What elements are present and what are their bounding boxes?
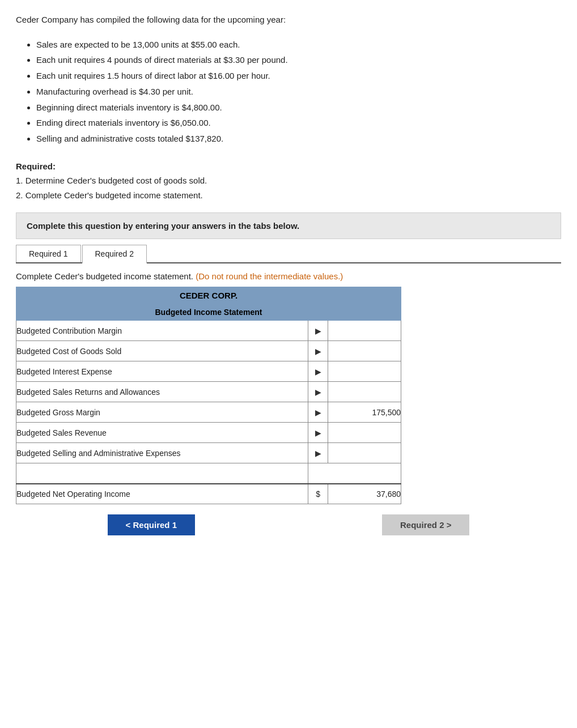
arrow-icon: ▶ — [308, 402, 328, 423]
bullet-list: Sales are expected to be 13,000 units at… — [36, 37, 561, 147]
net-income-row: Budgeted Net Operating Income$37,680 — [16, 484, 401, 504]
intro-text: Ceder Company has compiled the following… — [16, 14, 561, 27]
required-2-nav-button[interactable]: Required 2 > — [382, 514, 469, 535]
bullet-item: Manufacturing overhead is $4.30 per unit… — [36, 84, 561, 100]
table-title-row: Budgeted Income Statement — [16, 304, 401, 321]
tabs-container: Required 1 Required 2 — [16, 245, 561, 263]
row-label — [16, 463, 308, 484]
row-value: 175,500 — [328, 402, 401, 423]
tab-note: (Do not round the intermediate values.) — [196, 271, 343, 281]
row-label: Budgeted Cost of Goods Sold — [16, 341, 308, 361]
company-name: CEDER CORP. — [16, 287, 401, 304]
table-row: Budgeted Cost of Goods Sold▶ — [16, 341, 401, 361]
tab-required-1[interactable]: Required 1 — [16, 245, 81, 262]
tab-required-2[interactable]: Required 2 — [82, 245, 147, 263]
bullet-item: Sales are expected to be 13,000 units at… — [36, 37, 561, 53]
income-table-body: Budgeted Contribution Margin▶Budgeted Co… — [16, 321, 401, 504]
required-1-nav-button[interactable]: < Required 1 — [108, 514, 195, 535]
required-item-1: 1. Determine Ceder's budgeted cost of go… — [16, 173, 561, 188]
row-label: Budgeted Sales Revenue — [16, 423, 308, 443]
arrow-icon: ▶ — [308, 443, 328, 463]
instruction-box: Complete this question by entering your … — [16, 212, 561, 239]
bullet-item: Ending direct materials inventory is $6,… — [36, 115, 561, 131]
table-company-row: CEDER CORP. — [16, 287, 401, 304]
row-label: Budgeted Gross Margin — [16, 402, 308, 423]
bullet-item: Beginning direct materials inventory is … — [36, 100, 561, 116]
dollar-sign: $ — [308, 484, 328, 504]
table-row: Budgeted Contribution Margin▶ — [16, 321, 401, 341]
required-section: Required: 1. Determine Ceder's budgeted … — [16, 159, 561, 203]
row-label: Budgeted Contribution Margin — [16, 321, 308, 341]
tab-instruction: Complete Ceder's budgeted income stateme… — [16, 271, 561, 281]
bullet-item: Selling and administrative costs totaled… — [36, 131, 561, 147]
table-row: Budgeted Interest Expense▶ — [16, 361, 401, 382]
bottom-nav: < Required 1 Required 2 > — [16, 514, 561, 535]
row-value — [328, 382, 401, 402]
empty-row — [16, 463, 401, 484]
row-label: Budgeted Interest Expense — [16, 361, 308, 382]
bullet-item: Each unit requires 1.5 hours of direct l… — [36, 68, 561, 84]
row-label: Budgeted Sales Returns and Allowances — [16, 382, 308, 402]
row-label: Budgeted Net Operating Income — [16, 484, 308, 504]
table-row: Budgeted Selling and Administrative Expe… — [16, 443, 401, 463]
arrow-icon: ▶ — [308, 382, 328, 402]
row-value: 37,680 — [328, 484, 401, 504]
required-item-2: 2. Complete Ceder's budgeted income stat… — [16, 188, 561, 203]
empty-cell — [308, 463, 401, 484]
statement-title: Budgeted Income Statement — [16, 304, 401, 321]
table-row: Budgeted Sales Returns and Allowances▶ — [16, 382, 401, 402]
table-row: Budgeted Sales Revenue▶ — [16, 423, 401, 443]
instruction-text: Complete this question by entering your … — [27, 221, 299, 231]
arrow-icon: ▶ — [308, 341, 328, 361]
row-value — [328, 321, 401, 341]
row-value — [328, 361, 401, 382]
tab-instruction-text: Complete Ceder's budgeted income stateme… — [16, 271, 193, 281]
tab-content: Complete Ceder's budgeted income stateme… — [16, 263, 561, 504]
bullet-item: Each unit requires 4 pounds of direct ma… — [36, 52, 561, 68]
table-row: Budgeted Gross Margin▶175,500 — [16, 402, 401, 423]
income-table: CEDER CORP. Budgeted Income Statement Bu… — [16, 287, 401, 504]
row-value — [328, 341, 401, 361]
arrow-icon: ▶ — [308, 361, 328, 382]
row-label: Budgeted Selling and Administrative Expe… — [16, 443, 308, 463]
row-value — [328, 443, 401, 463]
required-heading: Required: — [16, 161, 56, 171]
row-value — [328, 423, 401, 443]
arrow-icon: ▶ — [308, 321, 328, 341]
arrow-icon: ▶ — [308, 423, 328, 443]
